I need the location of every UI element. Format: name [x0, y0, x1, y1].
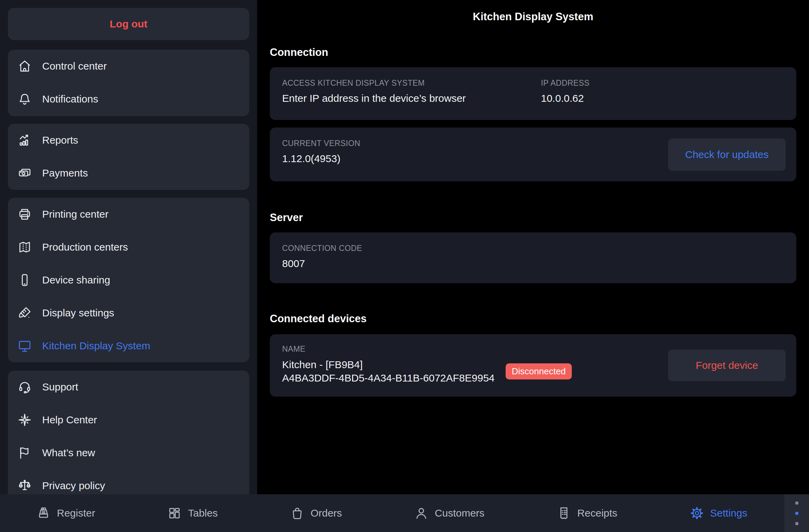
sidebar-item-label: Display settings: [42, 307, 114, 319]
flag-icon: [17, 445, 33, 461]
receipts-icon: [556, 506, 571, 521]
connection-code-value: 8007: [282, 258, 784, 269]
tab-settings[interactable]: Settings: [689, 506, 747, 521]
headset-icon: [17, 379, 33, 395]
sidebar-item-label: Privacy policy: [42, 480, 105, 492]
logout-card[interactable]: Log out: [8, 8, 249, 40]
connection-access-card: ACCESS KITCHEN DISPLAY SYSTEM Enter IP a…: [270, 67, 796, 120]
banknotes-icon: [17, 165, 33, 181]
tab-customers[interactable]: Customers: [414, 506, 484, 521]
sidebar-item-reports[interactable]: Reports: [8, 124, 249, 157]
sidebar-item-whats-new[interactable]: What’s new: [8, 436, 249, 469]
sidebar-item-privacy-policy[interactable]: Privacy policy: [8, 469, 249, 494]
sidebar-item-label: Production centers: [42, 241, 128, 253]
sidebar-item-kitchen-display-system[interactable]: Kitchen Display System: [8, 329, 249, 362]
access-field: ACCESS KITCHEN DISPLAY SYSTEM Enter IP a…: [282, 78, 541, 120]
page-title: Kitchen Display System: [257, 11, 809, 23]
indicator-dot: [795, 522, 798, 525]
sidebar-item-label: Kitchen Display System: [42, 340, 150, 352]
connection-code-label: CONNECTION CODE: [282, 244, 784, 253]
sidebar-item-label: Printing center: [42, 208, 108, 220]
scales-icon: [17, 478, 33, 494]
main-content: Kitchen Display System Connection ACCESS…: [257, 0, 809, 494]
sidebar-item-payments[interactable]: Payments: [8, 157, 249, 190]
tab-tables[interactable]: Tables: [167, 506, 218, 521]
tab-orders[interactable]: Orders: [290, 506, 342, 521]
access-label: ACCESS KITCHEN DISPLAY SYSTEM: [282, 78, 541, 88]
tab-receipts[interactable]: Receipts: [556, 506, 617, 521]
tab-label: Receipts: [577, 507, 617, 519]
sidebar-item-printing-center[interactable]: Printing center: [8, 198, 249, 231]
sidebar-item-label: Reports: [42, 134, 78, 146]
status-badge: Disconnected: [506, 363, 572, 379]
sidebar-item-display-settings[interactable]: Display settings: [8, 297, 249, 329]
tab-label: Settings: [710, 507, 747, 519]
tab-label: Customers: [435, 507, 484, 519]
tab-label: Register: [57, 507, 95, 519]
sidebar-item-label: Control center: [42, 60, 107, 72]
sidebar-item-label: Help Center: [42, 414, 97, 426]
printer-icon: [17, 206, 33, 222]
orders-bag-icon: [290, 506, 305, 521]
tab-label: Orders: [311, 507, 342, 519]
forget-device-button[interactable]: Forget device: [668, 350, 786, 381]
tables-icon: [167, 506, 182, 521]
check-for-updates-button[interactable]: Check for updates: [668, 138, 786, 171]
cash-register-icon: [36, 506, 51, 521]
tab-register[interactable]: Register: [36, 506, 95, 521]
sidebar-item-label: Device sharing: [42, 274, 110, 286]
sidebar-item-notifications[interactable]: Notifications: [8, 83, 249, 116]
paintbrush-icon: [17, 305, 33, 321]
customers-icon: [414, 506, 429, 521]
sidebar-item-device-sharing[interactable]: Device sharing: [8, 264, 249, 297]
sidebar-item-support[interactable]: Support: [8, 371, 249, 403]
ip-value: 10.0.0.62: [541, 93, 784, 104]
logout-button[interactable]: Log out: [110, 18, 147, 30]
sidebar-group-4: Support Help Center What’s new: [8, 371, 249, 494]
section-heading-connected-devices: Connected devices: [270, 312, 367, 326]
sidebar-group-2: Reports Payments: [8, 124, 249, 190]
version-card: CURRENT VERSION 1.12.0(4953) Check for u…: [270, 128, 796, 181]
device-id: A4BA3DDF-4BD5-4A34-B11B-6072AF8E9954: [282, 371, 495, 385]
indicator-dot: [795, 501, 798, 505]
sidebar-group-3: Printing center Production centers Devic…: [8, 198, 249, 362]
section-heading-server: Server: [270, 211, 303, 225]
sidebar-item-label: What’s new: [42, 447, 95, 459]
section-heading-connection: Connection: [270, 46, 328, 59]
map-icon: [17, 239, 33, 255]
device-name-value: Kitchen - [FB9B4] A4BA3DDF-4BD5-4A34-B11…: [282, 358, 495, 385]
home-icon: [17, 58, 33, 74]
server-card: CONNECTION CODE 8007: [270, 232, 796, 283]
chart-icon: [17, 132, 33, 148]
sidebar-item-label: Support: [42, 381, 78, 393]
ip-field: IP ADDRESS 10.0.0.62: [541, 78, 784, 120]
sidebar-item-help-center[interactable]: Help Center: [8, 403, 249, 436]
sidebar-item-label: Payments: [42, 167, 88, 179]
settings-gear-icon: [689, 506, 704, 521]
device-name: Kitchen - [FB9B4]: [282, 358, 495, 371]
smartphone-icon: [17, 272, 33, 288]
tab-label: Tables: [188, 507, 218, 519]
bell-icon: [17, 91, 33, 107]
indicator-dot-active: [795, 512, 798, 515]
ip-label: IP ADDRESS: [541, 78, 784, 88]
sidebar-item-control-center[interactable]: Control center: [8, 50, 249, 83]
sidebar-item-label: Notifications: [42, 93, 98, 105]
sidebar-item-production-centers[interactable]: Production centers: [8, 231, 249, 264]
star-icon: [17, 412, 33, 428]
nav-indicator-strip[interactable]: [784, 494, 809, 532]
monitor-icon: [17, 338, 33, 354]
connected-device-card: NAME Kitchen - [FB9B4] A4BA3DDF-4BD5-4A3…: [270, 334, 796, 397]
bottom-nav: Register Tables Orders: [0, 494, 809, 532]
sidebar-group-1: Control center Notifications: [8, 50, 249, 116]
access-value: Enter IP address in the device’s browser: [282, 93, 541, 104]
sidebar: Log out Control center Notifications: [0, 0, 257, 494]
